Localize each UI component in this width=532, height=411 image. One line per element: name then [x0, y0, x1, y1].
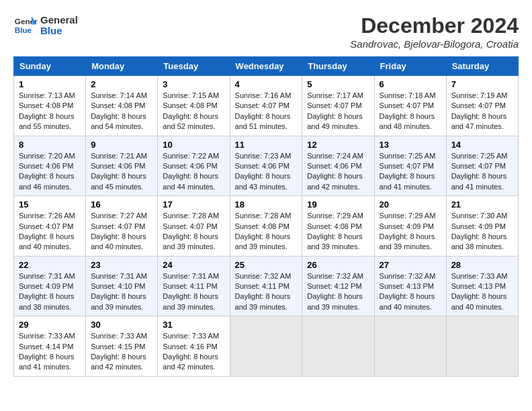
- day-number: 26: [307, 260, 369, 270]
- calendar-day-cell: 9 Sunrise: 7:21 AMSunset: 4:06 PMDayligh…: [86, 136, 158, 196]
- calendar-day-cell: 27 Sunrise: 7:32 AMSunset: 4:13 PMDaylig…: [374, 256, 446, 316]
- header-friday: Friday: [374, 57, 446, 76]
- day-number: 27: [380, 260, 441, 270]
- day-number: 3: [163, 79, 224, 89]
- calendar-week-row: 22 Sunrise: 7:31 AMSunset: 4:09 PMDaylig…: [14, 256, 519, 316]
- day-number: 25: [235, 260, 298, 270]
- day-info: Sunrise: 7:28 AMSunset: 4:07 PMDaylight:…: [163, 212, 219, 250]
- day-info: Sunrise: 7:32 AMSunset: 4:13 PMDaylight:…: [380, 272, 436, 311]
- calendar-day-cell: 20 Sunrise: 7:29 AMSunset: 4:09 PMDaylig…: [374, 196, 446, 257]
- calendar-day-cell: 3 Sunrise: 7:15 AMSunset: 4:08 PMDayligh…: [158, 76, 230, 136]
- day-number: 23: [91, 260, 152, 270]
- calendar-day-cell: 5 Sunrise: 7:17 AMSunset: 4:07 PMDayligh…: [302, 76, 374, 136]
- calendar-day-cell: 28 Sunrise: 7:33 AMSunset: 4:13 PMDaylig…: [446, 256, 518, 316]
- day-number: 28: [451, 260, 513, 270]
- calendar-week-row: 1 Sunrise: 7:13 AMSunset: 4:08 PMDayligh…: [14, 76, 519, 136]
- calendar-day-cell: 25 Sunrise: 7:32 AMSunset: 4:11 PMDaylig…: [230, 256, 302, 316]
- day-number: 21: [451, 199, 513, 210]
- logo: General Blue General Blue: [13, 13, 78, 38]
- calendar-day-cell: 31 Sunrise: 7:33 AMSunset: 4:16 PMDaylig…: [158, 316, 230, 377]
- calendar-day-cell: 29 Sunrise: 7:33 AMSunset: 4:14 PMDaylig…: [14, 316, 86, 377]
- month-title: December 2024: [350, 13, 519, 38]
- calendar-day-cell: 21 Sunrise: 7:30 AMSunset: 4:09 PMDaylig…: [446, 196, 518, 257]
- header-wednesday: Wednesday: [230, 57, 302, 76]
- calendar-day-cell: 7 Sunrise: 7:19 AMSunset: 4:07 PMDayligh…: [446, 76, 518, 136]
- calendar-day-cell: 15 Sunrise: 7:26 AMSunset: 4:07 PMDaylig…: [14, 196, 86, 257]
- calendar-day-cell: 13 Sunrise: 7:25 AMSunset: 4:07 PMDaylig…: [374, 136, 446, 196]
- day-number: 19: [307, 199, 369, 210]
- calendar-day-cell: [230, 316, 302, 377]
- logo-text-line2: Blue: [40, 26, 78, 37]
- day-info: Sunrise: 7:25 AMSunset: 4:07 PMDaylight:…: [380, 152, 436, 191]
- calendar-day-cell: 17 Sunrise: 7:28 AMSunset: 4:07 PMDaylig…: [158, 196, 230, 257]
- day-number: 9: [91, 140, 152, 150]
- day-info: Sunrise: 7:17 AMSunset: 4:07 PMDaylight:…: [307, 91, 363, 130]
- day-info: Sunrise: 7:30 AMSunset: 4:09 PMDaylight:…: [451, 212, 508, 250]
- logo-icon: General Blue: [13, 13, 38, 38]
- day-info: Sunrise: 7:28 AMSunset: 4:08 PMDaylight:…: [235, 212, 292, 250]
- day-info: Sunrise: 7:14 AMSunset: 4:08 PMDaylight:…: [91, 91, 147, 130]
- day-info: Sunrise: 7:22 AMSunset: 4:06 PMDaylight:…: [163, 152, 219, 191]
- day-info: Sunrise: 7:23 AMSunset: 4:06 PMDaylight:…: [235, 152, 292, 191]
- calendar-day-cell: [446, 316, 518, 377]
- header-saturday: Saturday: [446, 57, 518, 76]
- day-info: Sunrise: 7:33 AMSunset: 4:14 PMDaylight:…: [19, 332, 75, 371]
- calendar-week-row: 29 Sunrise: 7:33 AMSunset: 4:14 PMDaylig…: [14, 316, 519, 377]
- day-info: Sunrise: 7:19 AMSunset: 4:07 PMDaylight:…: [451, 91, 508, 130]
- day-number: 31: [163, 320, 224, 330]
- day-info: Sunrise: 7:20 AMSunset: 4:06 PMDaylight:…: [19, 152, 75, 191]
- day-number: 30: [91, 320, 152, 330]
- calendar-day-cell: 8 Sunrise: 7:20 AMSunset: 4:06 PMDayligh…: [14, 136, 86, 196]
- calendar-week-row: 8 Sunrise: 7:20 AMSunset: 4:06 PMDayligh…: [14, 136, 519, 196]
- day-info: Sunrise: 7:31 AMSunset: 4:11 PMDaylight:…: [163, 272, 219, 311]
- calendar-day-cell: 4 Sunrise: 7:16 AMSunset: 4:07 PMDayligh…: [230, 76, 302, 136]
- calendar-day-cell: 14 Sunrise: 7:25 AMSunset: 4:07 PMDaylig…: [446, 136, 518, 196]
- day-info: Sunrise: 7:29 AMSunset: 4:08 PMDaylight:…: [307, 212, 363, 250]
- day-number: 15: [19, 199, 81, 210]
- day-number: 10: [163, 140, 224, 150]
- calendar-header-row: Sunday Monday Tuesday Wednesday Thursday…: [14, 57, 519, 76]
- location: Sandrovac, Bjelovar-Bilogora, Croatia: [350, 38, 519, 50]
- page-header: General Blue General Blue December 2024 …: [13, 13, 519, 50]
- calendar-day-cell: 24 Sunrise: 7:31 AMSunset: 4:11 PMDaylig…: [158, 256, 230, 316]
- calendar-day-cell: 12 Sunrise: 7:24 AMSunset: 4:06 PMDaylig…: [302, 136, 374, 196]
- calendar-day-cell: 2 Sunrise: 7:14 AMSunset: 4:08 PMDayligh…: [86, 76, 158, 136]
- day-info: Sunrise: 7:24 AMSunset: 4:06 PMDaylight:…: [307, 152, 363, 191]
- header-sunday: Sunday: [14, 57, 86, 76]
- calendar-table: Sunday Monday Tuesday Wednesday Thursday…: [13, 56, 519, 377]
- day-number: 16: [91, 199, 152, 210]
- day-number: 12: [307, 140, 369, 150]
- day-number: 6: [380, 79, 441, 89]
- calendar-day-cell: 16 Sunrise: 7:27 AMSunset: 4:07 PMDaylig…: [86, 196, 158, 257]
- calendar-day-cell: 22 Sunrise: 7:31 AMSunset: 4:09 PMDaylig…: [14, 256, 86, 316]
- header-thursday: Thursday: [302, 57, 374, 76]
- day-number: 22: [19, 260, 81, 270]
- day-number: 20: [380, 199, 441, 210]
- calendar-day-cell: 26 Sunrise: 7:32 AMSunset: 4:12 PMDaylig…: [302, 256, 374, 316]
- calendar-day-cell: 6 Sunrise: 7:18 AMSunset: 4:07 PMDayligh…: [374, 76, 446, 136]
- calendar-day-cell: 30 Sunrise: 7:33 AMSunset: 4:15 PMDaylig…: [86, 316, 158, 377]
- day-number: 29: [19, 320, 81, 330]
- calendar-day-cell: 10 Sunrise: 7:22 AMSunset: 4:06 PMDaylig…: [158, 136, 230, 196]
- calendar-day-cell: 19 Sunrise: 7:29 AMSunset: 4:08 PMDaylig…: [302, 196, 374, 257]
- day-info: Sunrise: 7:18 AMSunset: 4:07 PMDaylight:…: [380, 91, 436, 130]
- title-block: December 2024 Sandrovac, Bjelovar-Bilogo…: [350, 13, 519, 50]
- day-info: Sunrise: 7:16 AMSunset: 4:07 PMDaylight:…: [235, 91, 292, 130]
- day-info: Sunrise: 7:21 AMSunset: 4:06 PMDaylight:…: [91, 152, 147, 191]
- day-info: Sunrise: 7:32 AMSunset: 4:11 PMDaylight:…: [235, 272, 292, 311]
- day-info: Sunrise: 7:32 AMSunset: 4:12 PMDaylight:…: [307, 272, 363, 311]
- day-number: 8: [19, 140, 81, 150]
- calendar-day-cell: 18 Sunrise: 7:28 AMSunset: 4:08 PMDaylig…: [230, 196, 302, 257]
- day-number: 13: [380, 140, 441, 150]
- day-number: 18: [235, 199, 298, 210]
- day-number: 2: [91, 79, 152, 89]
- calendar-day-cell: [302, 316, 374, 377]
- calendar-day-cell: 23 Sunrise: 7:31 AMSunset: 4:10 PMDaylig…: [86, 256, 158, 316]
- day-info: Sunrise: 7:33 AMSunset: 4:16 PMDaylight:…: [163, 332, 219, 371]
- day-number: 14: [451, 140, 513, 150]
- day-number: 4: [235, 79, 298, 89]
- day-info: Sunrise: 7:15 AMSunset: 4:08 PMDaylight:…: [163, 91, 219, 130]
- logo-text-line1: General: [40, 15, 78, 26]
- header-tuesday: Tuesday: [158, 57, 230, 76]
- header-monday: Monday: [86, 57, 158, 76]
